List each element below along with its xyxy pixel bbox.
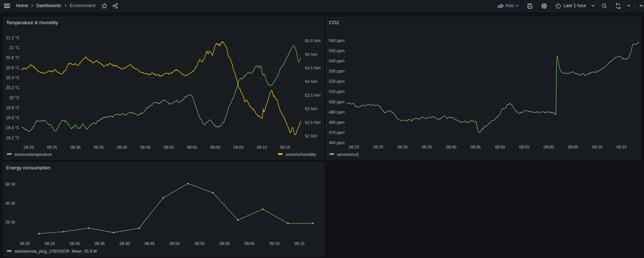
svg-text:08:55: 08:55 [187,145,197,150]
svg-text:470 ppm: 470 ppm [329,130,344,135]
svg-text:52 %H: 52 %H [305,134,317,138]
svg-text:08:25: 08:25 [373,145,383,149]
svg-text:19.2 °C: 19.2 °C [6,136,20,140]
svg-text:08:30: 08:30 [70,145,81,150]
svg-text:52.5 %H: 52.5 %H [305,120,320,125]
svg-text:20.6 °C: 20.6 °C [6,66,20,70]
svg-text:08:55: 08:55 [519,145,529,149]
svg-text:490 ppm: 490 ppm [329,110,344,114]
svg-text:09:10: 09:10 [592,145,602,149]
svg-text:08:55: 08:55 [194,241,205,246]
svg-text:08:50: 08:50 [164,145,174,150]
svg-text:09:05: 09:05 [244,241,254,246]
svg-text:sensors/co2: sensors/co2 [337,152,359,157]
svg-text:55.5 %H: 55.5 %H [305,39,320,43]
svg-text:09:15: 09:15 [294,241,304,246]
svg-text:20.2 °C: 20.2 °C [6,86,20,90]
svg-text:08:35: 08:35 [95,241,105,246]
svg-text:08:20: 08:20 [349,145,359,149]
svg-text:08:45: 08:45 [140,145,150,150]
svg-text:54.5 %H: 54.5 %H [305,66,320,70]
svg-text:60 W: 60 W [6,182,15,186]
svg-text:09:00: 09:00 [544,145,554,149]
svg-text:21 °C: 21 °C [9,46,19,50]
svg-text:20 W: 20 W [6,220,15,224]
svg-text:19.6 °C: 19.6 °C [6,116,20,120]
svg-text:19.4 °C: 19.4 °C [6,126,20,130]
svg-text:08:45: 08:45 [144,241,155,246]
svg-text:08:20: 08:20 [20,241,30,246]
svg-text:sensors/humidity: sensors/humidity [286,152,316,157]
svg-text:530 ppm: 530 ppm [329,69,344,73]
svg-text:09:15: 09:15 [280,145,290,150]
svg-text:20.8 °C: 20.8 °C [6,56,20,60]
svg-text:Temperature & Humidity: Temperature & Humidity [6,20,58,25]
svg-text:tele/tasmota_plug_1/SENSOR: tele/tasmota_plug_1/SENSOR [15,249,70,254]
svg-text:09:00: 09:00 [219,241,230,246]
svg-text:08:25: 08:25 [45,241,55,246]
svg-text:19.8 °C: 19.8 °C [6,106,20,110]
svg-text:09:15: 09:15 [616,145,627,149]
svg-text:550 ppm: 550 ppm [329,49,344,53]
svg-text:40 W: 40 W [6,201,15,206]
svg-text:08:50: 08:50 [169,241,180,246]
svg-text:21.2 °C: 21.2 °C [6,36,20,40]
svg-text:540 ppm: 540 ppm [329,59,344,63]
svg-text:Energy consumption: Energy consumption [6,165,50,170]
svg-text:510 ppm: 510 ppm [329,89,344,94]
svg-text:55 %H: 55 %H [305,52,317,57]
svg-text:Mean: 25.9 W: Mean: 25.9 W [72,249,97,253]
svg-text:08:20: 08:20 [24,145,34,150]
svg-text:08:50: 08:50 [495,145,505,149]
svg-text:53 %H: 53 %H [305,107,317,111]
svg-text:08:35: 08:35 [422,145,432,149]
svg-text:54 %H: 54 %H [305,79,317,84]
svg-text:09:05: 09:05 [568,145,578,149]
svg-text:08:40: 08:40 [446,145,457,149]
svg-text:09:10: 09:10 [269,241,279,246]
svg-text:sensors/temperature: sensors/temperature [15,152,52,157]
svg-text:CO2: CO2 [329,20,339,25]
svg-text:09:10: 09:10 [257,145,267,150]
svg-text:08:30: 08:30 [398,145,408,149]
svg-text:480 ppm: 480 ppm [329,120,344,125]
svg-text:09:00: 09:00 [210,145,220,150]
svg-text:08:30: 08:30 [70,241,80,246]
svg-text:53.5 %H: 53.5 %H [305,93,320,98]
svg-text:08:35: 08:35 [93,145,104,150]
svg-text:500 ppm: 500 ppm [329,100,344,104]
svg-text:09:05: 09:05 [233,145,244,150]
svg-text:08:40: 08:40 [117,145,127,150]
svg-text:08:45: 08:45 [471,145,481,149]
svg-text:460 ppm: 460 ppm [329,141,344,145]
svg-text:520 ppm: 520 ppm [329,79,344,84]
svg-text:08:40: 08:40 [119,241,130,246]
svg-text:20 °C: 20 °C [9,96,19,100]
svg-text:20.4 °C: 20.4 °C [6,76,20,80]
svg-text:560 ppm: 560 ppm [329,38,344,43]
svg-text:08:25: 08:25 [47,145,57,150]
